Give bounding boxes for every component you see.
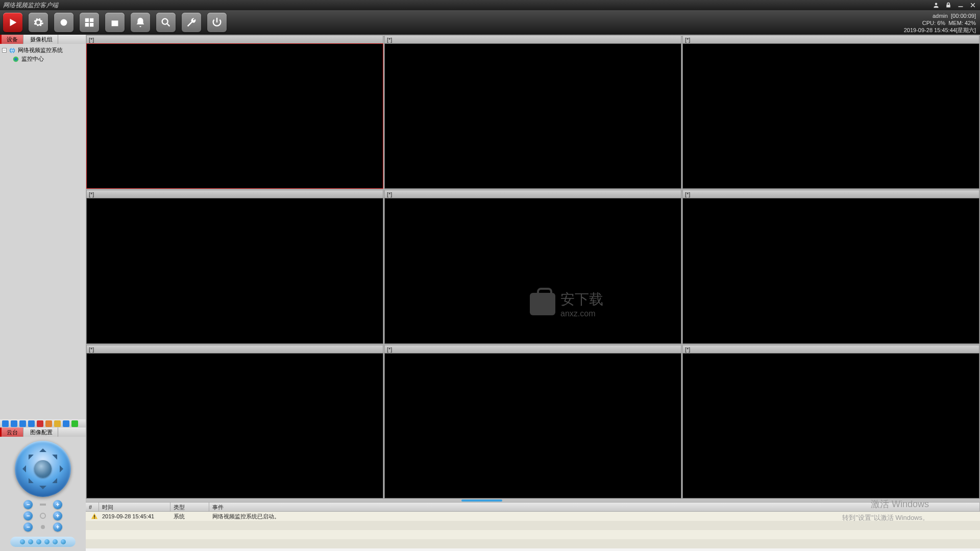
col-type[interactable]: 类型 — [170, 503, 209, 511]
preset-6[interactable] — [61, 539, 66, 544]
mt-9[interactable] — [71, 420, 78, 427]
event-log: # 时间 类型 事件 2019-09-28 15:45:41 系统 网络视频监控… — [86, 502, 980, 551]
video-cell-3[interactable]: [*] — [682, 35, 979, 189]
event-row-blank — [86, 530, 980, 539]
video-cell-2[interactable]: [*] — [384, 35, 681, 189]
mt-6[interactable] — [45, 420, 52, 427]
tab-devices[interactable]: 设备 — [0, 35, 23, 44]
device-tree: − 网络视频监控系统 监控中心 — [0, 44, 86, 419]
mt-1[interactable] — [2, 420, 9, 427]
play-button[interactable] — [3, 13, 22, 32]
mt-7[interactable] — [54, 420, 61, 427]
mini-toolbar — [0, 419, 86, 428]
ptz-right[interactable] — [60, 465, 67, 472]
tab-camera-groups[interactable]: 摄像机组 — [23, 35, 58, 44]
video-cell-4[interactable]: [*] — [86, 190, 383, 343]
video-header: [*] — [384, 345, 681, 353]
svg-rect-10 — [40, 504, 46, 506]
record-button[interactable] — [54, 13, 74, 32]
sidebar: 设备 摄像机组 − 网络视频监控系统 监控中心 — [0, 35, 86, 551]
mt-5[interactable] — [37, 420, 43, 427]
zoom-in[interactable]: + — [53, 500, 62, 509]
main-area: [*] [*] [*] [*] [*] [*] [*] [*] [*] # 时间… — [86, 35, 980, 551]
col-event[interactable]: 事件 — [209, 503, 980, 511]
tree-child[interactable]: 监控中心 — [1, 55, 85, 63]
svg-rect-5 — [90, 23, 93, 27]
ptz-downleft[interactable] — [23, 478, 34, 488]
center-icon — [12, 56, 19, 63]
mt-2[interactable] — [11, 420, 17, 427]
status-uptime: [00:00:09] — [951, 13, 976, 19]
tree-root-label: 网络视频监控系统 — [18, 46, 63, 54]
event-row-blank — [86, 521, 980, 530]
video-cell-8[interactable]: [*] — [384, 345, 681, 498]
storage-button[interactable] — [105, 13, 125, 32]
focus-in[interactable]: + — [53, 511, 62, 520]
expand-icon[interactable]: − — [2, 48, 7, 53]
system-icon — [9, 47, 16, 54]
col-index[interactable]: # — [86, 503, 99, 511]
event-row[interactable]: 2019-09-28 15:45:41 系统 网络视频监控系统已启动。 — [86, 512, 980, 521]
video-cell-1[interactable]: [*] — [86, 35, 383, 189]
svg-point-1 — [61, 19, 67, 26]
tree-child-label: 监控中心 — [21, 55, 44, 63]
video-cell-7[interactable]: [*] — [86, 345, 383, 498]
video-cell-9[interactable]: [*] — [682, 345, 979, 498]
close-button[interactable] — [969, 2, 977, 9]
main-toolbar: admin [00:00:09] CPU: 6% MEM: 42% 2019-0… — [0, 10, 980, 35]
tree-root[interactable]: − 网络视频监控系统 — [1, 46, 85, 55]
tools-button[interactable] — [182, 13, 201, 32]
svg-rect-3 — [90, 18, 93, 22]
ptz-left[interactable] — [19, 465, 26, 472]
tab-ptz[interactable]: 云台 — [0, 428, 23, 437]
video-header: [*] — [86, 35, 383, 43]
mt-8[interactable] — [63, 420, 69, 427]
video-header: [*] — [384, 35, 681, 43]
mt-4[interactable] — [28, 420, 35, 427]
iris-icon — [39, 523, 47, 531]
status-block: admin [00:00:09] CPU: 6% MEM: 42% 2019-0… — [904, 12, 976, 34]
video-header: [*] — [682, 35, 979, 43]
iris-close[interactable]: − — [23, 522, 33, 532]
power-button[interactable] — [207, 13, 227, 32]
video-cell-6[interactable]: [*] — [682, 190, 979, 343]
device-tabs: 设备 摄像机组 — [0, 35, 86, 44]
app-title: 网络视频监控客户端 — [3, 1, 58, 10]
ptz-upright[interactable] — [52, 449, 62, 460]
iris-open[interactable]: + — [53, 522, 62, 532]
alarm-button[interactable] — [131, 13, 150, 32]
lock-icon[interactable] — [944, 2, 952, 9]
ptz-panel: − + − + − + — [0, 437, 86, 551]
preset-5[interactable] — [53, 539, 58, 544]
ptz-center[interactable] — [34, 460, 52, 478]
video-cell-5[interactable]: [*] — [384, 190, 681, 343]
minimize-button[interactable] — [957, 2, 965, 9]
settings-button[interactable] — [29, 13, 48, 32]
svg-point-12 — [41, 525, 45, 529]
titlebar: 网络视频监控客户端 — [0, 0, 980, 10]
search-button[interactable] — [156, 13, 176, 32]
col-time[interactable]: 时间 — [99, 503, 170, 511]
ptz-upleft[interactable] — [23, 449, 34, 460]
preset-1[interactable] — [20, 539, 25, 544]
layout-button[interactable] — [80, 13, 99, 32]
zoom-out[interactable]: − — [23, 500, 33, 509]
focus-out[interactable]: − — [23, 511, 33, 520]
video-header: [*] — [682, 190, 979, 198]
horizontal-scrollbar[interactable] — [86, 499, 980, 502]
tab-image-config[interactable]: 图像配置 — [23, 428, 58, 437]
focus-icon — [39, 512, 47, 520]
ptz-downright[interactable] — [52, 478, 62, 488]
mt-3[interactable] — [19, 420, 26, 427]
ptz-wheel — [15, 441, 71, 497]
ptz-down[interactable] — [39, 486, 46, 493]
user-icon[interactable] — [932, 2, 940, 9]
event-row-blank — [86, 539, 980, 548]
ptz-up[interactable] — [39, 445, 46, 452]
video-header: [*] — [86, 345, 383, 353]
video-header: [*] — [682, 345, 979, 353]
svg-point-11 — [40, 513, 45, 518]
preset-2[interactable] — [28, 539, 33, 544]
preset-4[interactable] — [44, 539, 50, 544]
preset-3[interactable] — [36, 539, 41, 544]
